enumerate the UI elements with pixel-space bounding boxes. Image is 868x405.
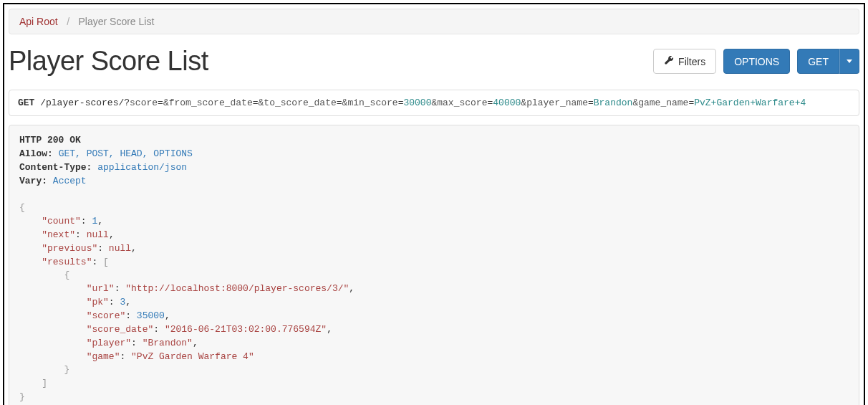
page-title: Player Score List [9, 46, 208, 77]
qparam-val: 40000 [493, 97, 521, 108]
qparam-key: player_name [526, 97, 588, 108]
qparam-val: PvZ+Garden+Warfare+4 [694, 97, 806, 108]
filters-button-label: Filters [678, 56, 705, 67]
request-method: GET [18, 97, 34, 108]
status-line: HTTP 200 OK [19, 135, 81, 146]
json-key: "url" [87, 283, 115, 294]
json-key: "next" [42, 229, 75, 240]
allow-header-value: GET, POST, HEAD, OPTIONS [59, 148, 193, 159]
vary-header-name: Vary: [19, 176, 47, 186]
breadcrumb-current: Player Score List [79, 16, 155, 27]
eq: = [253, 97, 259, 108]
json-key: "game" [87, 351, 120, 362]
content-type-header-name: Content-Type: [19, 162, 92, 173]
response-body: HTTP 200 OK Allow: GET, POST, HEAD, OPTI… [9, 125, 859, 405]
json-number: 35000 [137, 310, 165, 321]
qparam-val: Brandon [594, 97, 633, 108]
json-string: "http://localhost:8000/player-scores/3/" [125, 283, 349, 294]
vary-header-value: Accept [53, 176, 87, 186]
json-string: "PvZ Garden Warfare 4" [131, 351, 254, 362]
get-button-label: GET [808, 56, 829, 67]
json-brace: { [19, 202, 25, 213]
eq: = [158, 97, 163, 108]
request-path: /player-scores/ [40, 97, 124, 108]
json-key: "results" [42, 257, 92, 267]
filters-button[interactable]: Filters [653, 49, 716, 74]
qparam-key: game_name [638, 97, 688, 108]
json-key: "score" [87, 310, 126, 321]
json-string: "Brandon" [143, 338, 193, 348]
qparam-key: max_score [437, 97, 487, 108]
json-string: "2016-06-21T03:02:00.776594Z" [165, 324, 327, 335]
json-null: null [87, 229, 109, 240]
options-button-label: OPTIONS [734, 56, 779, 67]
qparam-key: from_score_date [169, 97, 253, 108]
json-key: "count" [42, 216, 81, 227]
qparam-key: to_score_date [264, 97, 336, 108]
get-dropdown-toggle[interactable] [839, 49, 859, 74]
action-button-row: Filters OPTIONS GET [653, 49, 859, 74]
qparam-val: 30000 [403, 97, 431, 108]
amp: & [163, 97, 169, 108]
wrench-icon [664, 55, 674, 67]
qparam-key: min_score [347, 97, 397, 108]
json-key: "player" [87, 338, 131, 348]
eq: = [588, 97, 594, 108]
eq: = [337, 97, 342, 108]
get-button-group: GET [797, 49, 859, 74]
request-qmark: ? [124, 97, 130, 108]
breadcrumb-separator: / [61, 16, 75, 27]
request-line: GET /player-scores/?score=&from_score_da… [9, 90, 859, 116]
breadcrumb-root-link[interactable]: Api Root [19, 16, 58, 27]
json-key: "pk" [87, 297, 109, 308]
caret-down-icon [847, 59, 852, 63]
get-button[interactable]: GET [797, 49, 839, 74]
qparam-key: score [130, 97, 158, 108]
amp: & [521, 97, 526, 108]
allow-header-name: Allow: [19, 148, 53, 159]
breadcrumb: Api Root / Player Score List [9, 9, 859, 34]
json-key: "previous" [42, 243, 97, 254]
json-null: null [109, 243, 131, 254]
options-button[interactable]: OPTIONS [723, 49, 790, 74]
content-type-header-value: application/json [97, 162, 187, 173]
json-key: "score_date" [87, 324, 154, 335]
